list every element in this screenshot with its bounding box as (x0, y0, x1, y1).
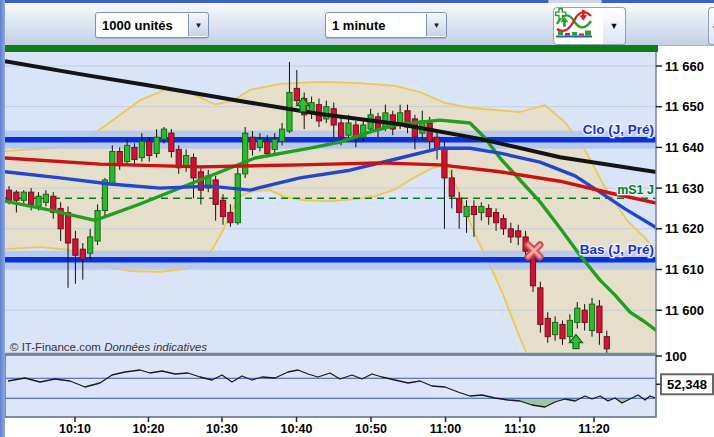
candle-body (213, 180, 218, 204)
candle-body (339, 123, 344, 137)
candle-body (88, 237, 93, 253)
candle-body (235, 174, 240, 223)
candle-body (184, 156, 189, 166)
candle-body (29, 192, 34, 204)
candle-body (604, 337, 609, 349)
candle-body (449, 178, 454, 196)
candle-body (243, 133, 248, 174)
candle-body (508, 229, 513, 237)
candle-body (287, 92, 292, 131)
price-axis-label: 11 600 (665, 303, 704, 318)
candle-body (501, 219, 506, 229)
window-left-edge (0, 0, 5, 437)
time-axis-label: 10:50 (355, 422, 387, 436)
price-axis-label: 11 610 (665, 262, 704, 277)
copyright-watermark: © IT-Finance.com Données indicatives (10, 341, 207, 353)
candle-body (65, 213, 70, 244)
indicator-current-value: 52,348 (667, 377, 707, 392)
candle-body (383, 113, 388, 127)
candle-body (154, 137, 159, 153)
green-divider-bar (5, 45, 658, 52)
price-axis-label: 11 640 (665, 140, 704, 155)
candle-body (553, 322, 558, 334)
candle-body (471, 206, 476, 214)
candle-body (169, 133, 174, 151)
ms1-level-label: mS1 J (617, 183, 654, 197)
clo-level-label: Clo (J, Pré) (583, 122, 654, 137)
time-axis-label: 11:10 (504, 422, 535, 436)
candle-body (250, 137, 255, 149)
candle-body (567, 320, 572, 336)
price-chart-canvas[interactable]: Clo (J, Pré)Bas (J, Pré)mS1 J© IT-Financ… (0, 0, 714, 437)
time-axis-label: 10:20 (133, 422, 165, 436)
candle-body (346, 123, 351, 135)
candle-body (493, 213, 498, 223)
candle-body (464, 206, 469, 216)
candle-body (560, 324, 565, 338)
candle-body (36, 196, 41, 206)
candle-body (575, 308, 580, 322)
candle-body (43, 194, 48, 202)
candle-body (161, 129, 166, 139)
candle-body (139, 141, 144, 157)
price-axis-label: 11 630 (665, 181, 704, 196)
candle-body (479, 206, 484, 212)
price-axis-label: 11 620 (665, 221, 704, 236)
candle-body (6, 190, 11, 200)
candle-body (486, 208, 491, 216)
candle-body (265, 141, 270, 153)
time-axis-label: 10:10 (59, 422, 91, 436)
price-axis-label: 11 650 (665, 99, 704, 114)
candle-body (582, 310, 587, 322)
price-axis-label: 11 660 (665, 59, 704, 74)
candle-body (597, 306, 602, 332)
candle-body (124, 145, 129, 161)
candle-body (442, 147, 447, 178)
candle-body (147, 141, 152, 155)
candle-body (110, 151, 115, 184)
indicator-panel (5, 355, 656, 417)
candle-body (95, 210, 100, 241)
candle-body (132, 147, 137, 159)
time-axis-label: 10:30 (206, 422, 238, 436)
candle-body (14, 192, 19, 200)
candle-body (538, 288, 543, 325)
candle-body (220, 200, 225, 216)
candle-body (257, 139, 262, 147)
trading-app-window: 1000 unités ▼ 1 minute ▼ ▼ ◄ (0, 0, 714, 437)
candle-body (21, 192, 26, 200)
candle-body (294, 88, 299, 100)
candle-body (279, 129, 284, 141)
candle-body (545, 318, 550, 336)
candle-body (272, 139, 277, 149)
time-axis-label: 11:20 (578, 422, 609, 436)
time-axis-label: 11:00 (430, 422, 461, 436)
bas-level-label: Bas (J, Pré) (580, 242, 654, 257)
candle-body (589, 304, 594, 330)
candle-body (228, 213, 233, 223)
candle-body (516, 231, 521, 237)
candle-body (457, 198, 462, 212)
candle-body (73, 239, 78, 255)
candle-body (80, 249, 85, 259)
indicator-scale-top-label: 100 (665, 349, 687, 364)
time-axis-label: 10:40 (281, 422, 313, 436)
candle-body (427, 123, 432, 141)
